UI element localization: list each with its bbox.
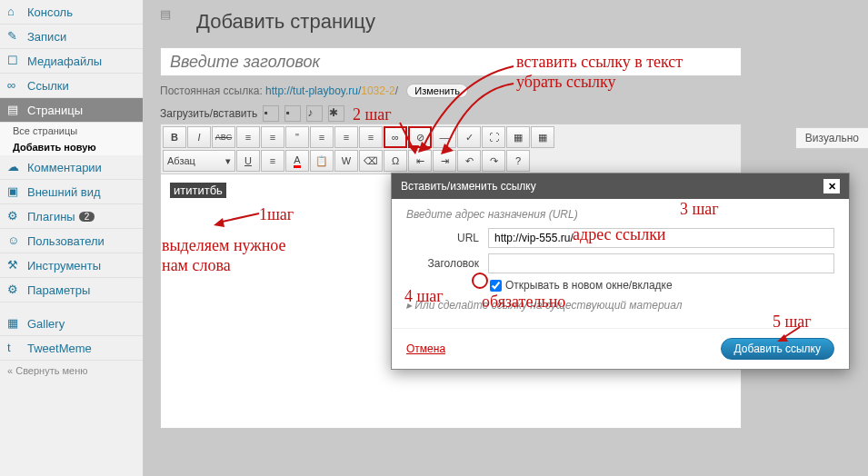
sidebar-item-console[interactable]: ⌂Консоль [0,0,143,25]
remove-link-button[interactable]: ⊘ [408,126,432,148]
sidebar-label: Внешний вид [27,185,101,199]
admin-sidebar: ⌂Консоль ✎Записи ☐Медиафайлы ∞Ссылки ▤Ст… [0,0,144,476]
sidebar-item-posts[interactable]: ✎Записи [0,25,143,49]
modal-hint: Введите адрес назначения (URL) [406,208,834,221]
tab-visual[interactable]: Визуально [795,127,868,149]
permalink-label: Постоянная ссылка: [160,84,263,97]
clear-button[interactable]: ⌫ [359,150,383,172]
add-link-button[interactable]: Добавить ссылку [721,338,834,360]
sidebar-item-links[interactable]: ∞Ссылки [0,74,143,98]
bold-button[interactable]: B [163,126,186,148]
modal-title-text: Вставить/изменить ссылку [401,180,536,193]
plugin-icon: ⚙ [7,209,22,223]
align-right-button[interactable]: ≡ [359,126,383,148]
users-icon: ☺ [7,233,22,248]
fullscreen-button[interactable]: ⛶ [482,126,505,148]
sidebar-item-users[interactable]: ☺Пользователи [0,229,143,253]
italic-button[interactable]: I [187,126,211,148]
ol-button[interactable]: ≡ [261,126,284,148]
modal-body: Введите адрес назначения (URL) URL Загол… [392,199,849,328]
sidebar-item-comments[interactable]: ☁Комментарии [0,155,143,180]
media-icon: ☐ [7,54,22,68]
modal-close-button[interactable]: ✕ [823,179,840,193]
sidebar-item-tools[interactable]: ⚒Инструменты [0,253,143,278]
textcolor-button[interactable]: A [285,150,309,172]
pin-icon: ✎ [7,29,22,44]
kitchen-sink-button[interactable]: ▦ [506,126,530,148]
redo-button[interactable]: ↷ [482,150,505,172]
upload-video-icon[interactable]: ▪ [284,105,301,122]
align-left-button[interactable]: ≡ [310,126,334,148]
appearance-icon: ▣ [7,184,22,199]
existing-label: Или сделайте ссылку на существующий мате… [414,299,682,312]
post-title-input[interactable] [160,47,742,76]
format-select-label: Абзац [167,155,195,166]
ul-button[interactable]: ≡ [236,126,260,148]
justify-button[interactable]: ≡ [261,150,284,172]
sidebar-item-tweetmeme[interactable]: tTweetMeme [0,336,143,361]
link-icon: ∞ [7,78,22,93]
sidebar-sub-add-new[interactable]: Добавить новую [0,139,143,155]
format-select[interactable]: Абзац▾ [163,150,235,172]
sidebar-label: Записи [27,30,66,44]
linktitle-input[interactable] [488,253,834,273]
permalink-slug[interactable]: 1032-2 [361,84,394,97]
newtab-checkbox[interactable] [490,280,502,292]
plugin-badge: 2 [79,212,95,222]
chevron-down-icon: ▾ [225,155,231,167]
sidebar-label: Консоль [27,5,73,19]
upload-audio-icon[interactable]: ♪ [306,105,323,122]
existing-link-toggle[interactable]: ▸ Или сделайте ссылку на существующий ма… [406,299,834,312]
tweet-icon: t [7,341,22,355]
page-header-icon: ▤ [160,7,189,36]
editor-toolbar: B I ABC ≡ ≡ " ≡ ≡ ≡ ∞ ⊘ — ✓ ⛶ ▦ ▦ Абзац▾… [160,124,742,174]
insert-link-button[interactable]: ∞ [384,126,407,148]
url-label: URL [406,232,479,244]
url-row: URL [406,228,834,248]
outdent-button[interactable]: ⇤ [408,150,432,172]
sidebar-item-pages[interactable]: ▤Страницы [0,98,143,123]
permalink-url[interactable]: http://tut-playboy.ru/ [265,84,361,97]
cancel-button[interactable]: Отмена [406,342,445,355]
selected-text: итититбь [170,183,226,198]
sidebar-item-settings[interactable]: ⚙Параметры [0,278,143,302]
spellcheck-button[interactable]: ✓ [457,126,481,148]
underline-button[interactable]: U [236,150,260,172]
sidebar-item-appearance[interactable]: ▣Внешний вид [0,180,143,204]
sidebar-item-plugins[interactable]: ⚙Плагины2 [0,204,143,229]
upload-media-icon[interactable]: ✱ [328,105,344,122]
sidebar-item-gallery[interactable]: ▦Gallery [0,312,143,336]
charmap-button[interactable]: Ω [384,150,407,172]
upload-image-icon[interactable]: ▪ [263,105,279,122]
quote-button[interactable]: " [285,126,309,148]
link-modal: Вставить/изменить ссылку ✕ Введите адрес… [391,173,850,370]
collapse-menu[interactable]: « Свернуть меню [0,361,143,381]
page-title: Добавить страницу [196,10,375,34]
page-icon: ▤ [7,103,22,117]
sidebar-label: Ссылки [27,79,69,93]
extra-button[interactable]: ▦ [531,126,554,148]
more-button[interactable]: — [433,126,456,148]
sidebar-label: Параметры [27,283,90,297]
paste-text-button[interactable]: 📋 [310,150,334,172]
help-button[interactable]: ? [506,150,530,172]
align-center-button[interactable]: ≡ [334,126,358,148]
page-header: ▤ Добавить страницу [144,0,868,44]
paste-word-button[interactable]: W [334,150,358,172]
sidebar-sub-all-pages[interactable]: Все страницы [0,123,143,139]
newtab-label: Открывать в новом окне/вкладке [505,279,673,292]
collapse-label: Свернуть меню [15,365,87,376]
settings-icon: ⚙ [7,283,22,297]
title-row: Заголовок [406,253,834,273]
sidebar-label: TweetMeme [27,342,92,355]
url-input[interactable] [488,228,834,248]
strike-button[interactable]: ABC [212,126,235,148]
sidebar-label: Медиафайлы [27,55,102,68]
permalink-edit-button[interactable]: Изменить [406,84,468,98]
modal-titlebar: Вставить/изменить ссылку ✕ [392,174,849,199]
tools-icon: ⚒ [7,258,22,273]
permalink-row: Постоянная ссылка: http://tut-playboy.ru… [160,84,852,98]
indent-button[interactable]: ⇥ [433,150,456,172]
sidebar-item-media[interactable]: ☐Медиафайлы [0,49,143,74]
undo-button[interactable]: ↶ [457,150,481,172]
